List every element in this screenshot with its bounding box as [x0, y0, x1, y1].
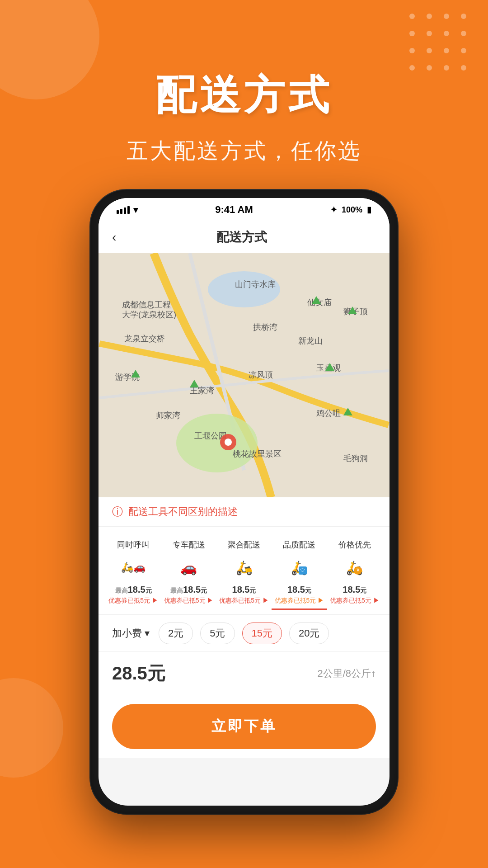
fee-option-2[interactable]: 2元 — [159, 623, 193, 644]
back-button[interactable]: ‹ — [112, 230, 116, 245]
option-coupon-1: 优惠券已抵5元 ▶ — [108, 597, 158, 605]
nav-title: 配送方式 — [125, 229, 358, 246]
svg-text:新龙山: 新龙山 — [298, 336, 323, 345]
alert-bar: ⓘ 配送工具不同区别的描述 — [99, 497, 389, 527]
option-price-4: 18.5元 — [287, 585, 311, 595]
svg-text:毛狗洞: 毛狗洞 — [343, 454, 368, 463]
option-name-2: 专车配送 — [173, 539, 205, 550]
fee-option-20[interactable]: 20元 — [289, 623, 329, 644]
svg-point-1 — [176, 414, 258, 472]
quality-badge: 🛡 — [299, 566, 307, 575]
svg-text:龙泉立交桥: 龙泉立交桥 — [124, 334, 165, 343]
total-price: 28.5元 — [112, 661, 165, 686]
svg-text:山门寺水库: 山门寺水库 — [235, 280, 276, 289]
option-coupon-2: 优惠券已抵5元 ▶ — [164, 597, 214, 605]
dropdown-icon[interactable]: ▾ — [145, 627, 150, 639]
option-coupon-4: 优惠券已抵5元 ▶ — [275, 597, 324, 605]
option-price-5: 18.5元 — [343, 585, 366, 595]
option-price-3: 18.5元 — [232, 585, 256, 595]
option-price-1: 最高18.5元 — [115, 585, 152, 595]
option-price-2: 最高18.5元 — [170, 585, 207, 595]
status-time: 9:41 AM — [215, 204, 253, 216]
svg-text:大学(龙泉校区): 大学(龙泉校区) — [122, 310, 176, 319]
delivery-options: 同时呼叫 🛵🚗 最高18.5元 优惠券已抵5元 ▶ 专车配送 🚗 — [99, 527, 389, 615]
price-section: 28.5元 2公里/8公斤↑ — [99, 652, 389, 695]
extra-fee-text: 加小费 — [112, 627, 142, 640]
option-vehicle-3: 🛵 — [236, 554, 253, 581]
extra-fee-label: 加小费 ▾ — [112, 627, 150, 640]
fee-option-15[interactable]: 15元 — [242, 623, 282, 644]
nav-bar: ‹ 配送方式 — [99, 222, 389, 253]
phone-shell: ▾ 9:41 AM ✦ 100% ▮ ‹ 配送方式 — [90, 190, 398, 814]
order-button[interactable]: 立即下单 — [112, 704, 376, 749]
option-vehicle-2: 🚗 — [180, 554, 197, 581]
fee-options: 2元 5元 15元 20元 — [159, 623, 329, 644]
fee-option-5[interactable]: 5元 — [200, 623, 235, 644]
delivery-option-private[interactable]: 专车配送 🚗 最高18.5元 优惠券已抵5元 ▶ — [161, 536, 216, 610]
alert-text: 配送工具不同区别的描述 — [128, 505, 238, 519]
status-left: ▾ — [117, 204, 138, 215]
delivery-option-simultaneous[interactable]: 同时呼叫 🛵🚗 最高18.5元 优惠券已抵5元 ▶ — [106, 536, 161, 610]
hero-subtitle: 五大配送方式，任你选 — [0, 137, 488, 165]
phone-mockup: ▾ 9:41 AM ✦ 100% ▮ ‹ 配送方式 — [90, 190, 398, 814]
dots-decoration — [409, 14, 470, 74]
svg-text:成都信息工程: 成都信息工程 — [122, 300, 171, 309]
battery-icon: ▮ — [367, 205, 371, 215]
battery-text: 100% — [342, 205, 362, 215]
svg-text:鸡公咀: 鸡公咀 — [316, 409, 341, 418]
svg-text:拱桥湾: 拱桥湾 — [253, 323, 277, 332]
delivery-option-price-first[interactable]: 价格优先 🛵 ¥ 18.5元 优惠券已抵5元 ▶ — [327, 536, 382, 610]
hero-title: 配送方式 — [0, 68, 488, 123]
signal-icon — [117, 206, 130, 214]
option-vehicle-5: 🛵 ¥ — [346, 554, 363, 581]
alert-icon: ⓘ — [112, 505, 123, 519]
svg-text:师家湾: 师家湾 — [156, 411, 180, 420]
wifi-icon: ▾ — [133, 204, 138, 215]
option-coupon-5: 优惠券已抵5元 ▶ — [330, 597, 380, 605]
delivery-option-quality[interactable]: 品质配送 🛵 🛡 18.5元 优惠券已抵5元 ▶ — [272, 536, 327, 610]
bluetooth-icon: ✦ — [330, 205, 337, 215]
option-coupon-3: 优惠券已抵5元 ▶ — [219, 597, 269, 605]
hero-section: 配送方式 五大配送方式，任你选 — [0, 68, 488, 165]
decoration-circle-bl — [0, 678, 63, 778]
svg-text:狮子顶: 狮子顶 — [343, 307, 368, 316]
option-name-3: 聚合配送 — [228, 539, 260, 550]
phone-screen: ▾ 9:41 AM ✦ 100% ▮ ‹ 配送方式 — [99, 198, 389, 806]
svg-text:桃花故里景区: 桃花故里景区 — [233, 449, 282, 458]
svg-text:凉风顶: 凉风顶 — [249, 370, 273, 379]
status-bar: ▾ 9:41 AM ✦ 100% ▮ — [99, 198, 389, 222]
option-vehicle-1: 🛵🚗 — [121, 554, 145, 581]
delivery-option-aggregate[interactable]: 聚合配送 🛵 18.5元 优惠券已抵5元 ▶ — [216, 536, 272, 610]
option-name-5: 价格优先 — [338, 539, 371, 550]
map-area: 成都信息工程 大学(龙泉校区) 龙泉立交桥 山门寺水库 仙女庙 狮子顶 游学院 … — [99, 253, 389, 497]
option-name-4: 品质配送 — [283, 539, 315, 550]
option-vehicle-4: 🛵 🛡 — [291, 554, 308, 581]
svg-point-2 — [208, 271, 280, 307]
status-right: ✦ 100% ▮ — [330, 205, 371, 215]
order-button-section: 立即下单 — [99, 695, 389, 758]
distance-info: 2公里/8公斤↑ — [317, 667, 376, 680]
extra-fee-section: 加小费 ▾ 2元 5元 15元 20元 — [99, 615, 389, 652]
option-name-1: 同时呼叫 — [117, 539, 150, 550]
svg-point-27 — [225, 439, 232, 446]
price-badge: ¥ — [354, 566, 362, 575]
